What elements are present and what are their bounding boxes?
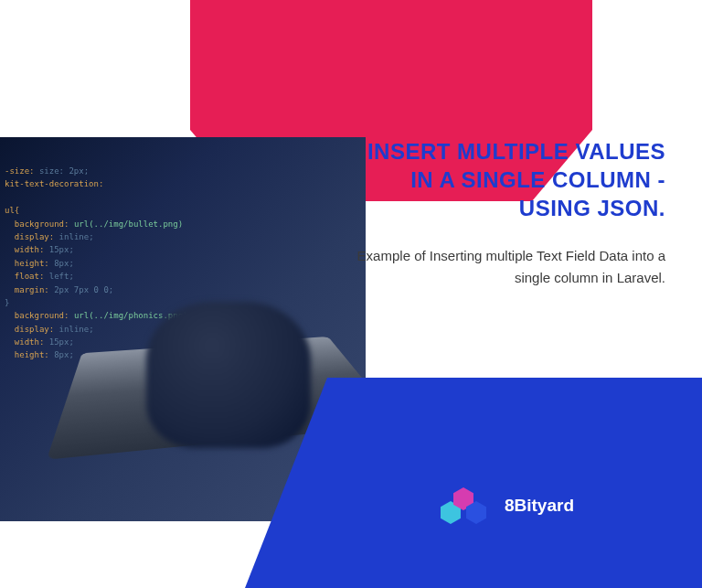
brand-name: 8Bityard: [505, 496, 574, 516]
logo-icon: [441, 487, 488, 524]
subtext: Example of Inserting multiple Text Field…: [355, 245, 665, 289]
content-block: INSERT MULTIPLE VALUES IN A SINGLE COLUM…: [355, 137, 665, 289]
hand-typing: [146, 302, 311, 448]
brand-block: 8Bityard: [441, 487, 574, 524]
headline-text: INSERT MULTIPLE VALUES IN A SINGLE COLUM…: [355, 137, 665, 223]
